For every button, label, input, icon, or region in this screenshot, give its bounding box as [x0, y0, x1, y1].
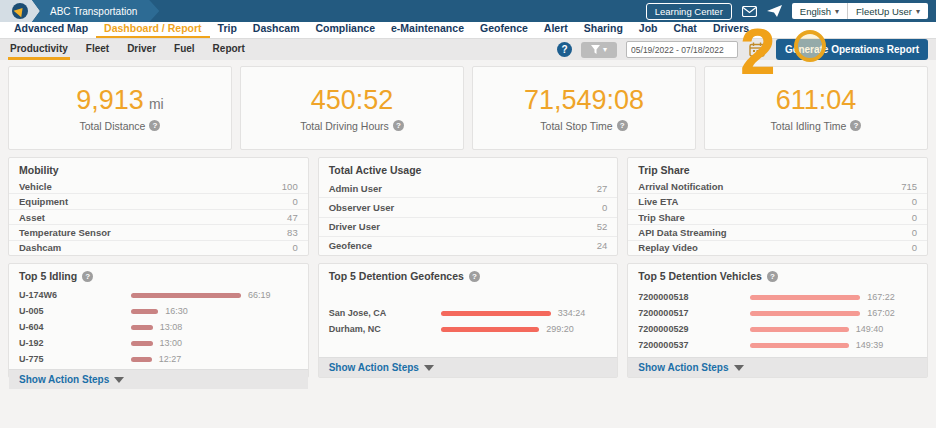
chart-row-label: 7200000529	[638, 324, 750, 334]
chart-bar-wrap: 66:19	[131, 290, 298, 300]
chevron-down-icon	[114, 377, 124, 383]
nav-item-geofence[interactable]: Geofence	[472, 21, 536, 38]
chart-row-value: 66:19	[248, 290, 271, 300]
summary-row-label: Observer User	[329, 202, 394, 213]
nav-item-alert[interactable]: Alert	[536, 21, 576, 38]
date-range-input[interactable]	[626, 41, 738, 58]
summary-rows: Arrival Notification715Live ETA0Trip Sha…	[628, 179, 927, 255]
stat-value: 71,549:08	[524, 85, 644, 115]
nav-item-drivers[interactable]: Drivers	[705, 21, 757, 38]
show-action-steps-link[interactable]: Show Action Steps	[319, 357, 618, 377]
tab-driver[interactable]: Driver	[125, 40, 158, 60]
nav-item-compliance[interactable]: Compliance	[308, 21, 384, 38]
help-icon[interactable]: ?	[557, 42, 572, 57]
chart-body: 7200000518167:227200000517167:0272000005…	[628, 285, 927, 357]
nav-item-trip[interactable]: Trip	[210, 21, 245, 38]
tab-fuel[interactable]: Fuel	[172, 40, 197, 60]
chart-row-label: 7200000517	[638, 308, 750, 318]
summary-row-temperature-sensor: Temperature Sensor83	[9, 225, 308, 240]
summary-row-admin-user: Admin User27	[319, 179, 618, 198]
stat-value: 611:04	[776, 85, 857, 115]
show-action-steps-link[interactable]: Show Action Steps	[9, 369, 308, 389]
panel-top-5-idling: Top 5 Idling ?U-174W666:19U-00516:30U-60…	[8, 263, 309, 378]
sub-nav: ProductivityFleetDriverFuelReport ? ▾ Ge…	[0, 38, 936, 60]
show-action-steps-link[interactable]: Show Action Steps	[628, 357, 927, 377]
nav-item-job[interactable]: Job	[631, 21, 666, 38]
panel-mobility: MobilityVehicle100Equipment0Asset47Tempe…	[8, 157, 309, 256]
summary-row-value: 52	[597, 221, 608, 232]
help-icon[interactable]: ?	[393, 120, 404, 131]
stat-label: Total Stop Time ?	[540, 120, 627, 132]
language-label: English	[800, 6, 831, 17]
help-icon[interactable]: ?	[469, 271, 480, 282]
show-action-steps-label: Show Action Steps	[19, 374, 109, 385]
chart-bar-wrap: 13:08	[131, 322, 298, 332]
chart-bar	[750, 295, 860, 300]
chart-row-label: U-604	[19, 322, 131, 332]
summary-row-api-data-streaming: API Data Streaming0	[628, 225, 927, 240]
generate-operations-report-button[interactable]: Generate Operations Report	[776, 39, 928, 60]
stat-card-total-driving-hours: 450:52Total Driving Hours ?	[240, 66, 464, 150]
summary-row-value: 0	[912, 242, 917, 253]
show-action-steps-label: Show Action Steps	[638, 362, 728, 373]
summary-row-value: 0	[912, 212, 917, 223]
chart-row-label: Durham, NC	[329, 324, 441, 334]
stat-value: 9,913	[76, 85, 144, 115]
tab-report[interactable]: Report	[211, 40, 247, 60]
stats-row: 9,913miTotal Distance ?450:52Total Drivi…	[0, 60, 936, 150]
filter-button[interactable]: ▾	[581, 42, 617, 58]
summary-row-label: Vehicle	[19, 181, 52, 192]
chart-body: U-174W666:19U-00516:30U-60413:08U-19213:…	[9, 285, 308, 369]
panel-title: Trip Share	[628, 158, 927, 179]
chart-bar-wrap: 334:24	[441, 308, 608, 318]
nav-item-dashcam[interactable]: Dashcam	[245, 21, 308, 38]
chart-row-value: 16:30	[165, 306, 188, 316]
summary-row-value: 0	[292, 196, 297, 207]
stat-value-line: 450:52	[311, 85, 394, 116]
chart-row-value: 149:39	[856, 340, 884, 350]
nav-item-dashboard-report[interactable]: Dashboard / Report	[96, 21, 209, 38]
chart-bar	[441, 311, 551, 316]
summary-row-value: 0	[602, 202, 607, 213]
help-icon[interactable]: ?	[767, 271, 778, 282]
nav-item-chat[interactable]: Chat	[666, 21, 705, 38]
chart-bar-wrap: 12:27	[131, 354, 298, 364]
summary-row-label: Temperature Sensor	[19, 227, 111, 238]
main-nav: Advanced MapDashboard / ReportTripDashca…	[0, 22, 936, 38]
chart-row-label: U-174W6	[19, 290, 131, 300]
chart-row-san-jose-ca: San Jose, CA334:24	[329, 305, 608, 321]
chart-row-7200000529: 7200000529149:40	[638, 321, 917, 337]
send-icon[interactable]	[767, 5, 782, 17]
chart-bar-wrap: 13:00	[131, 338, 298, 348]
chart-row-durham-nc: Durham, NC299:20	[329, 321, 608, 337]
nav-item-advanced-map[interactable]: Advanced Map	[6, 21, 96, 38]
nav-item-sharing[interactable]: Sharing	[576, 21, 631, 38]
chart-row-u-005: U-00516:30	[19, 303, 298, 319]
summary-row-label: Arrival Notification	[638, 181, 723, 192]
calendar-button[interactable]	[747, 42, 767, 57]
tab-productivity[interactable]: Productivity	[8, 40, 70, 60]
summary-row-label: Driver User	[329, 221, 380, 232]
summary-row-label: API Data Streaming	[638, 227, 726, 238]
learning-center-button[interactable]: Learning Center	[646, 3, 732, 20]
nav-item-e-maintenance[interactable]: e-Maintenance	[383, 21, 472, 38]
language-dropdown[interactable]: English ▾	[792, 3, 847, 19]
summary-row-arrival-notification: Arrival Notification715	[628, 179, 927, 194]
chart-row-label: San Jose, CA	[329, 308, 441, 318]
help-icon[interactable]: ?	[850, 120, 861, 131]
summary-rows: Admin User27Observer User0Driver User52G…	[319, 179, 618, 255]
user-dropdown[interactable]: FleetUp User ▾	[847, 3, 928, 19]
mail-icon[interactable]	[742, 6, 757, 17]
stat-value: 450:52	[311, 85, 394, 115]
chevron-down-icon: ▾	[835, 7, 839, 16]
tab-fleet[interactable]: Fleet	[84, 40, 111, 60]
panel-title: Top 5 Detention Vehicles ?	[628, 264, 927, 285]
summary-row-value: 0	[912, 227, 917, 238]
help-icon[interactable]: ?	[82, 271, 93, 282]
chart-bar-wrap: 149:40	[750, 324, 917, 334]
summary-row-label: Dashcam	[19, 242, 61, 253]
chart-row-value: 13:00	[160, 338, 183, 348]
help-icon[interactable]: ?	[149, 120, 160, 131]
help-icon[interactable]: ?	[617, 120, 628, 131]
panel-title: Total Active Usage	[319, 158, 618, 179]
